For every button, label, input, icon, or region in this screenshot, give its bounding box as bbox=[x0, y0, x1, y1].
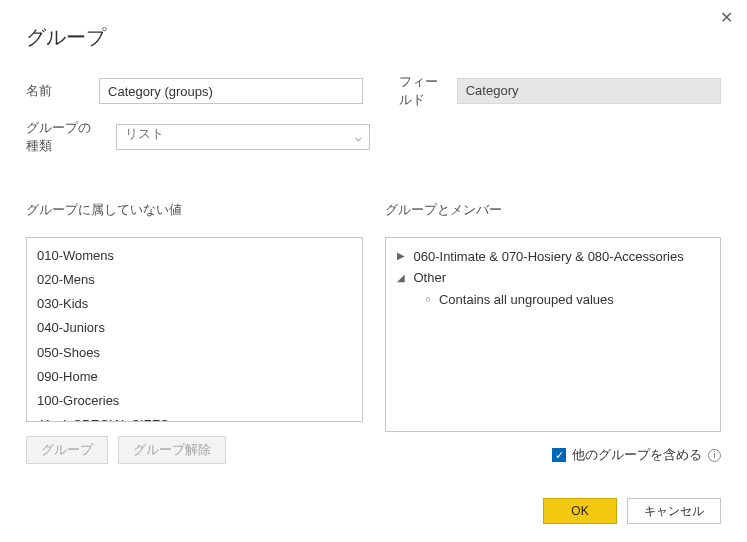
list-item[interactable]: 100-Groceries bbox=[27, 389, 362, 413]
row-name-field: 名前 フィールド Category bbox=[26, 73, 721, 109]
list-item[interactable]: 040-Juniors bbox=[27, 316, 362, 340]
groups-header: グループとメンバー bbox=[385, 201, 722, 219]
group-type-select[interactable]: リスト bbox=[116, 124, 370, 150]
dialog-footer: OK キャンセル bbox=[26, 498, 721, 524]
include-other-row: ✓ 他のグループを含める i bbox=[385, 446, 722, 464]
row-group-type: グループの種類 リスト ⌵ bbox=[26, 119, 721, 155]
groups-dialog: ✕ グループ 名前 フィールド Category グループの種類 リスト ⌵ グ… bbox=[0, 0, 747, 542]
tree-node-expanded[interactable]: ◢ Other bbox=[396, 267, 711, 288]
caret-right-icon: ▶ bbox=[396, 248, 406, 265]
name-input[interactable] bbox=[99, 78, 363, 104]
ungrouped-header: グループに属していない値 bbox=[26, 201, 363, 219]
ungrouped-column: グループに属していない値 010-Womens020-Mens030-Kids0… bbox=[26, 201, 363, 464]
ungroup-button[interactable]: グループ解除 bbox=[118, 436, 226, 464]
tree-child-label: Contains all ungrouped values bbox=[439, 289, 614, 310]
columns: グループに属していない値 010-Womens020-Mens030-Kids0… bbox=[26, 201, 721, 464]
info-icon[interactable]: i bbox=[708, 449, 721, 462]
dialog-title: グループ bbox=[26, 24, 721, 51]
label-group-type: グループの種類 bbox=[26, 119, 102, 155]
label-field: フィールド bbox=[399, 73, 442, 109]
list-item[interactable]: 090-Home bbox=[27, 365, 362, 389]
bullet-icon: ○ bbox=[426, 292, 431, 307]
include-other-checkbox[interactable]: ✓ bbox=[552, 448, 566, 462]
include-other-label: 他のグループを含める bbox=[572, 446, 702, 464]
tree-child-row: ○ Contains all ungrouped values bbox=[396, 289, 711, 310]
cancel-button[interactable]: キャンセル bbox=[627, 498, 721, 524]
group-buttons-row: グループ グループ解除 bbox=[26, 436, 363, 464]
list-item[interactable]: 020-Mens bbox=[27, 268, 362, 292]
ungrouped-list[interactable]: 010-Womens020-Mens030-Kids040-Juniors050… bbox=[26, 237, 363, 422]
ok-button[interactable]: OK bbox=[543, 498, 617, 524]
group-button[interactable]: グループ bbox=[26, 436, 108, 464]
tree-node-collapsed[interactable]: ▶ 060-Intimate & 070-Hosiery & 080-Acces… bbox=[396, 246, 711, 267]
tree-node-label: Other bbox=[414, 267, 447, 288]
caret-down-icon: ◢ bbox=[396, 270, 406, 287]
list-item[interactable]: 030-Kids bbox=[27, 292, 362, 316]
field-display: Category bbox=[457, 78, 721, 104]
groups-column: グループとメンバー ▶ 060-Intimate & 070-Hosiery &… bbox=[385, 201, 722, 464]
tree-node-label: 060-Intimate & 070-Hosiery & 080-Accesso… bbox=[414, 246, 684, 267]
close-icon[interactable]: ✕ bbox=[720, 10, 733, 26]
label-name: 名前 bbox=[26, 82, 85, 100]
list-item[interactable]: 41 - L SPECIAL SIZES bbox=[27, 413, 362, 422]
list-item[interactable]: 010-Womens bbox=[27, 244, 362, 268]
groups-tree[interactable]: ▶ 060-Intimate & 070-Hosiery & 080-Acces… bbox=[385, 237, 722, 432]
list-item[interactable]: 050-Shoes bbox=[27, 341, 362, 365]
